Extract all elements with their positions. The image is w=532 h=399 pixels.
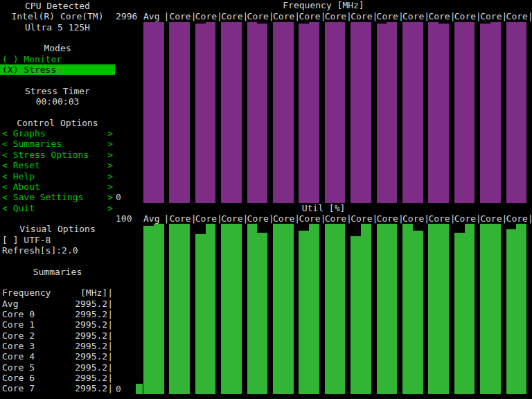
row-label: Core 4 <box>2 351 35 362</box>
control-button-graphs[interactable]: < Graphs> <box>0 128 115 139</box>
row-label: Core 6 <box>2 373 35 383</box>
freq-column-headers: Avg|Core|Core|Core|Core|Core|Core|Core|C… <box>115 11 532 21</box>
mode-stress-radio[interactable]: (X) Stress <box>0 64 115 75</box>
button-label: Quit <box>13 203 35 213</box>
bar-column <box>454 22 475 203</box>
row-label: Core 5 <box>2 362 35 373</box>
table-row: Core 02995.2| <box>0 309 115 319</box>
row-label: Core 0 <box>2 309 35 319</box>
bar-column <box>195 22 216 203</box>
table-row: Core 72995.2| <box>0 383 115 393</box>
spacer <box>0 213 115 224</box>
button-right-bracket: > <box>107 181 113 192</box>
chart-column-header: Core| <box>402 213 428 224</box>
bar-column <box>351 224 371 393</box>
button-left-bracket: < Stress Options <box>2 150 89 160</box>
row-value: 2995.2| <box>75 319 113 330</box>
bar-column <box>247 224 268 393</box>
chart-column-header: Core| <box>428 11 454 21</box>
bar-column <box>273 22 294 203</box>
control-button-quit[interactable]: < Quit> <box>0 203 115 213</box>
button-label: Summaries <box>13 139 62 149</box>
row-label: Core 2 <box>2 330 35 341</box>
chart-column-header: Core| <box>351 213 376 224</box>
button-label: Stress Options <box>13 150 89 160</box>
control-button-stress-options[interactable]: < Stress Options> <box>0 150 115 160</box>
sidebar: CPU Detected Intel(R) Core(TM) Ultra 5 1… <box>0 1 115 394</box>
table-row: Core 62995.2| <box>0 373 115 383</box>
row-label: Core 1 <box>2 319 35 330</box>
row-value: 2995.2| <box>75 351 113 362</box>
bar-column <box>480 22 501 203</box>
button-left-bracket: < Help <box>2 171 35 181</box>
utf8-checkbox[interactable]: [ ] UTF-8 <box>0 235 115 245</box>
chart-column-header: Core| <box>454 213 480 224</box>
spacer <box>0 277 115 287</box>
bar-column <box>221 224 242 393</box>
cpu-model: Intel(R) Core(TM) <box>0 11 115 21</box>
summaries-unit: [MHz]| <box>80 287 113 298</box>
chart-column-header: Core| <box>480 213 506 224</box>
cpu-name: Ultra 5 125H <box>0 22 115 33</box>
control-button-reset[interactable]: < Reset> <box>0 160 115 170</box>
button-label: Save Settings <box>13 192 84 202</box>
row-value: 2995.2| <box>75 362 113 373</box>
bar-column <box>351 22 371 203</box>
button-label: Reset <box>13 160 40 170</box>
bar-column <box>506 22 527 203</box>
spacer <box>0 75 115 85</box>
spacer <box>0 33 115 43</box>
bar-column <box>273 224 294 393</box>
charts-panel: Frequency [MHz] 2996 Avg|Core|Core|Core|… <box>115 0 532 399</box>
summaries-table-header: Frequency[MHz]| <box>0 287 115 298</box>
chart-column-header: Core| <box>506 11 532 21</box>
control-button-help[interactable]: < Help> <box>0 171 115 181</box>
chart-column-header: Core| <box>195 11 221 21</box>
button-left-bracket: < Summaries <box>2 139 62 149</box>
button-left-bracket: < About <box>2 181 40 192</box>
util-bars <box>115 224 532 393</box>
button-right-bracket: > <box>107 192 113 202</box>
bar-column <box>377 22 398 203</box>
freq-ymin-label: 0 <box>116 192 121 202</box>
chart-column-header: Core| <box>506 213 532 224</box>
chart-column-header: Core| <box>377 213 402 224</box>
button-right-bracket: > <box>107 203 113 213</box>
freq-bars <box>115 22 532 203</box>
summaries-metric-name: Frequency <box>2 287 51 298</box>
control-button-summaries[interactable]: < Summaries> <box>0 139 115 149</box>
chart-column-header: Core| <box>169 213 195 224</box>
row-label: Core 7 <box>2 383 35 393</box>
table-row: Core 42995.2| <box>0 351 115 362</box>
util-column-headers: Avg|Core|Core|Core|Core|Core|Core|Core|C… <box>115 213 532 224</box>
bar-column <box>325 22 346 203</box>
spacer <box>0 256 115 266</box>
util-ymin-label: 0 <box>116 384 121 394</box>
chart-column-header: Core| <box>273 213 299 224</box>
row-value: 2995.2| <box>75 373 113 383</box>
bar-column <box>480 224 501 393</box>
bar-column <box>247 22 268 203</box>
modes-title: Modes <box>0 43 115 53</box>
chart-column-header: Avg| <box>143 11 169 21</box>
row-label: Core 3 <box>2 341 35 351</box>
cpu-detected-title: CPU Detected <box>0 1 115 11</box>
refresh-setting[interactable]: Refresh[s]:2.0 <box>0 245 115 256</box>
bar-column <box>402 22 423 203</box>
chart-column-header: Core| <box>325 11 351 21</box>
chart-column-header: Core| <box>428 213 454 224</box>
control-button-save-settings[interactable]: < Save Settings> <box>0 192 115 202</box>
bar-column <box>221 22 242 203</box>
spacer <box>0 107 115 117</box>
stress-timer-value: 00:00:03 <box>0 96 115 107</box>
control-button-about[interactable]: < About> <box>0 181 115 192</box>
bar-column <box>325 224 346 393</box>
button-right-bracket: > <box>107 150 113 160</box>
button-right-bracket: > <box>107 160 113 170</box>
bar-column <box>454 224 475 393</box>
table-row: Core 52995.2| <box>0 362 115 373</box>
button-label: Help <box>13 171 35 181</box>
row-value: 2995.2| <box>75 309 113 319</box>
util-history-stub <box>136 384 143 394</box>
mode-monitor-radio[interactable]: ( ) Monitor <box>0 54 115 64</box>
